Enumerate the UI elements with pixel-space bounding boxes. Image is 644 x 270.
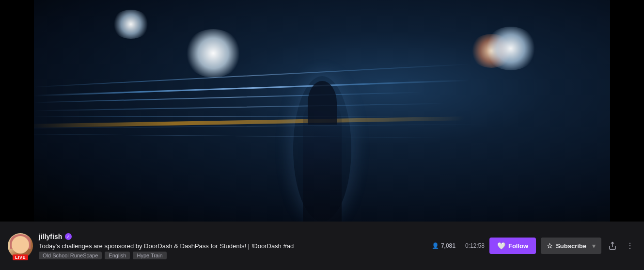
- heart-icon: 🤍: [497, 242, 505, 250]
- svg-point-3: [629, 248, 630, 249]
- svg-point-1: [629, 243, 630, 244]
- light-spot: [184, 29, 242, 78]
- channel-name[interactable]: jillyfish: [39, 233, 62, 240]
- svg-point-2: [629, 245, 630, 246]
- viewer-count: 7,081: [441, 242, 456, 249]
- light-spot: [484, 27, 537, 70]
- share-icon: [608, 241, 617, 250]
- subscribe-label: Subscribe: [556, 242, 586, 250]
- star-icon: ☆: [547, 242, 553, 250]
- tag-language[interactable]: English: [105, 252, 130, 259]
- page-wrapper: LIVE jillyfish ✓ Today's challenges are …: [0, 0, 644, 270]
- stats-row: 👤 7,081 0:12:58: [432, 242, 485, 249]
- tag-event[interactable]: Hype Train: [133, 252, 166, 259]
- more-icon: [626, 241, 634, 250]
- share-button[interactable]: [606, 239, 619, 252]
- channel-name-row: jillyfish ✓: [39, 233, 432, 240]
- stream-info-bar: LIVE jillyfish ✓ Today's challenges are …: [0, 222, 644, 270]
- subscribe-button[interactable]: ☆ Subscribe ▾: [541, 238, 601, 254]
- channel-info: jillyfish ✓ Today's challenges are spons…: [39, 233, 432, 259]
- follow-button[interactable]: 🤍 Follow: [489, 238, 536, 254]
- avatar-face: [12, 236, 29, 254]
- verified-icon: ✓: [65, 233, 72, 240]
- chevron-down-icon: ▾: [592, 242, 596, 250]
- live-badge: LIVE: [13, 254, 28, 260]
- stream-timestamp: 0:12:58: [465, 242, 485, 249]
- more-options-button[interactable]: [624, 239, 636, 252]
- video-player[interactable]: [0, 0, 644, 222]
- side-dark: [610, 0, 644, 222]
- stream-title: Today's challenges are sponsored by Door…: [39, 242, 432, 250]
- light-spot: [111, 10, 150, 39]
- side-dark: [0, 0, 34, 222]
- right-controls: 👤 7,081 0:12:58 🤍 Follow ☆ Subscribe ▾: [432, 238, 636, 254]
- tags-row: Old School RuneScape English Hype Train: [39, 252, 432, 259]
- tag-game[interactable]: Old School RuneScape: [39, 252, 102, 259]
- viewer-icon: 👤: [432, 242, 439, 249]
- silhouette-body: [303, 100, 342, 222]
- silhouette: [279, 66, 366, 222]
- avatar-wrapper: LIVE: [8, 233, 33, 258]
- follow-label: Follow: [508, 242, 528, 250]
